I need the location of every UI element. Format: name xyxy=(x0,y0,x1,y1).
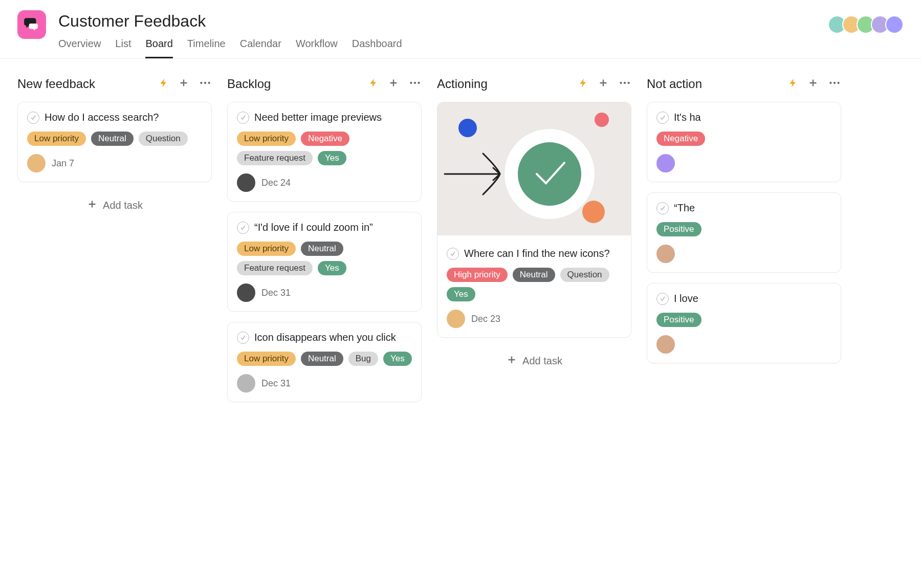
due-date: Dec 31 xyxy=(261,288,291,298)
svg-point-11 xyxy=(518,142,581,206)
tag[interactable]: Neutral xyxy=(301,352,343,366)
tag[interactable]: High priority xyxy=(447,268,508,282)
column-title: Backlog xyxy=(227,77,368,91)
tag[interactable]: Feature request xyxy=(237,261,313,275)
task-title: It's ha xyxy=(674,111,701,124)
project-header: Customer Feedback OverviewListBoardTimel… xyxy=(0,0,921,59)
tag[interactable]: Question xyxy=(139,132,188,146)
add-icon[interactable] xyxy=(807,77,819,91)
task-card[interactable]: I lovePositive xyxy=(647,283,841,363)
column-title: New feedback xyxy=(17,77,159,91)
column-header: Not action xyxy=(647,76,841,92)
task-card[interactable]: It's haNegative xyxy=(647,102,841,182)
tag[interactable]: Neutral xyxy=(91,132,134,146)
tab-list[interactable]: List xyxy=(115,38,131,58)
assignee-avatar[interactable] xyxy=(656,154,675,172)
add-icon[interactable] xyxy=(388,77,399,91)
board-column: New feedbackHow do I access search?Low p… xyxy=(17,76,212,219)
task-title: How do I access search? xyxy=(45,111,159,124)
member-avatar[interactable] xyxy=(885,15,904,34)
complete-check-icon[interactable] xyxy=(447,248,459,260)
assignee-avatar[interactable] xyxy=(237,374,255,393)
complete-check-icon[interactable] xyxy=(237,332,249,344)
tag[interactable]: Low priority xyxy=(237,132,296,146)
tab-timeline[interactable]: Timeline xyxy=(187,38,226,58)
card-meta: Dec 31 xyxy=(237,374,412,393)
member-strip[interactable] xyxy=(832,15,904,34)
tag[interactable]: Positive xyxy=(656,222,701,236)
add-task-button[interactable]: Add task xyxy=(17,192,212,219)
svg-point-8 xyxy=(627,82,629,84)
add-task-label: Add task xyxy=(103,200,143,211)
complete-check-icon[interactable] xyxy=(237,112,249,124)
more-icon[interactable] xyxy=(828,76,841,92)
tag[interactable]: Question xyxy=(560,268,609,282)
task-title: I love xyxy=(674,292,698,306)
tags-row: Low priorityNeutralQuestion xyxy=(27,132,202,146)
task-card[interactable]: Where can I find the new icons?High prio… xyxy=(437,102,631,338)
assignee-avatar[interactable] xyxy=(656,245,675,263)
tag[interactable]: Low priority xyxy=(27,132,86,146)
card-meta xyxy=(656,154,831,172)
tag[interactable]: Yes xyxy=(383,352,412,366)
tags-row: Negative xyxy=(656,132,831,146)
tag[interactable]: Bug xyxy=(348,352,378,366)
due-date: Dec 31 xyxy=(261,378,291,389)
tag[interactable]: Yes xyxy=(447,287,475,301)
complete-check-icon[interactable] xyxy=(27,112,39,124)
board-column: Not actionIt's haNegative“ThePositiveI l… xyxy=(647,76,841,374)
assignee-avatar[interactable] xyxy=(27,154,46,172)
svg-point-14 xyxy=(582,201,605,223)
column-header: Actioning xyxy=(437,76,631,92)
tags-row: Low priorityNegativeFeature requestYes xyxy=(237,132,412,165)
lightning-icon[interactable] xyxy=(578,78,588,90)
complete-check-icon[interactable] xyxy=(656,112,669,124)
assignee-avatar[interactable] xyxy=(237,173,255,192)
add-icon[interactable] xyxy=(178,77,189,91)
add-icon[interactable] xyxy=(598,77,609,91)
more-icon[interactable] xyxy=(618,76,631,92)
complete-check-icon[interactable] xyxy=(656,293,669,305)
svg-point-6 xyxy=(620,82,622,84)
add-task-label: Add task xyxy=(522,355,562,367)
tag[interactable]: Feature request xyxy=(237,151,313,165)
complete-check-icon[interactable] xyxy=(237,222,249,234)
task-card[interactable]: “ThePositive xyxy=(647,192,841,273)
task-card[interactable]: Need better image previewsLow priorityNe… xyxy=(227,102,422,202)
tag[interactable]: Yes xyxy=(318,261,346,275)
page-title: Customer Feedback xyxy=(58,10,904,31)
tag[interactable]: Low priority xyxy=(237,352,296,366)
board-column: ActioningWhere can I find the new icons?… xyxy=(437,76,631,374)
tab-calendar[interactable]: Calendar xyxy=(240,38,281,58)
tag[interactable]: Neutral xyxy=(513,268,555,282)
task-card[interactable]: How do I access search?Low priorityNeutr… xyxy=(17,102,212,182)
assignee-avatar[interactable] xyxy=(447,310,465,328)
due-date: Jan 7 xyxy=(52,158,74,169)
tag[interactable]: Low priority xyxy=(237,242,296,256)
lightning-icon[interactable] xyxy=(159,78,169,90)
tag[interactable]: Negative xyxy=(656,132,705,146)
complete-check-icon[interactable] xyxy=(656,202,669,214)
tab-board[interactable]: Board xyxy=(145,38,172,58)
more-icon[interactable] xyxy=(199,76,212,92)
lightning-icon[interactable] xyxy=(788,78,798,90)
tab-workflow[interactable]: Workflow xyxy=(296,38,338,58)
tag[interactable]: Positive xyxy=(656,313,701,327)
assignee-avatar[interactable] xyxy=(237,284,255,302)
tag[interactable]: Neutral xyxy=(301,242,343,256)
tab-dashboard[interactable]: Dashboard xyxy=(352,38,402,58)
task-card[interactable]: Icon disappears when you clickLow priori… xyxy=(227,322,422,402)
task-title: Need better image previews xyxy=(254,111,382,124)
card-meta xyxy=(656,245,831,263)
assignee-avatar[interactable] xyxy=(656,335,675,354)
project-icon xyxy=(17,10,46,39)
more-icon[interactable] xyxy=(408,76,422,92)
lightning-icon[interactable] xyxy=(368,78,379,90)
svg-point-13 xyxy=(595,113,609,127)
tab-overview[interactable]: Overview xyxy=(58,38,101,58)
task-card[interactable]: “I'd love if I could zoom in”Low priorit… xyxy=(227,212,422,312)
add-task-button[interactable]: Add task xyxy=(437,348,631,374)
svg-point-12 xyxy=(458,119,477,137)
tag[interactable]: Yes xyxy=(318,151,346,165)
tag[interactable]: Negative xyxy=(301,132,349,146)
